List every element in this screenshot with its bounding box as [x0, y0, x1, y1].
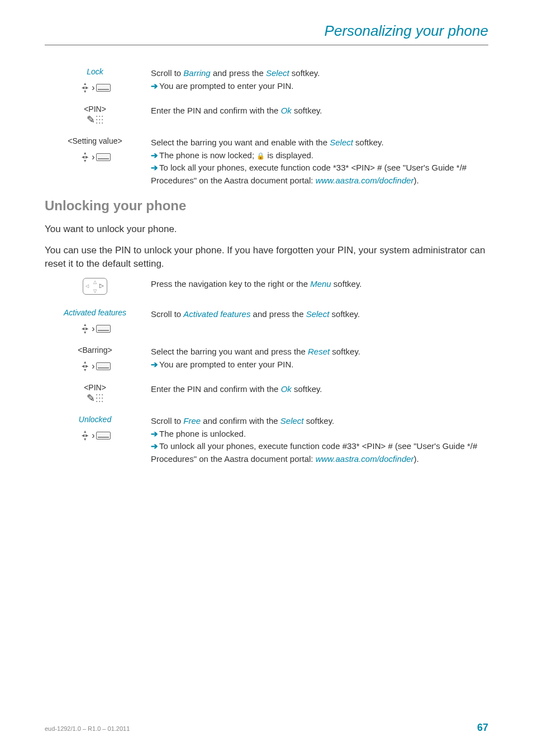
softkey-label: Select [280, 416, 304, 426]
arrow-icon: ➔ [151, 441, 158, 451]
step-icon-column: Lock▲◀ ▶▼› [45, 67, 151, 93]
step-line: Scroll to Barring and press the Select s… [151, 67, 488, 80]
step-result-line: ➔The phone is unlocked. [151, 428, 488, 441]
step-icon-column: <Setting value>▲◀ ▶▼› [45, 136, 151, 163]
step-label: <Setting value> [45, 136, 145, 145]
scroll-softkey-icon: ▲◀ ▶▼› [79, 82, 110, 93]
softkey-label: Barring [183, 68, 210, 78]
header-divider [45, 45, 488, 45]
step-label: <PIN> [45, 105, 145, 114]
step-result-line: ➔The phone is now locked; 🔒 is displayed… [151, 149, 488, 162]
softkey-label: Reset [308, 347, 330, 356]
step-icon-column: <PIN>✎∘∘∘∘∘∘∘∘∘ [45, 105, 151, 125]
section-lock-steps: Lock▲◀ ▶▼›Scroll to Barring and press th… [45, 67, 488, 187]
step-text-column: Scroll to Activated features and press t… [151, 308, 488, 321]
step-line: Select the barring you want and enable w… [151, 136, 488, 149]
step-label: Activated features [45, 308, 145, 317]
step-text-column: Select the barring you want and enable w… [151, 136, 488, 187]
doc-link[interactable]: www.aastra.com/docfinder [316, 176, 414, 185]
keypad-icon: ✎∘∘∘∘∘∘∘∘∘ [87, 115, 104, 125]
step-line: Press the navigation key to the right or… [151, 278, 488, 291]
arrow-icon: ➔ [151, 150, 158, 160]
instruction-step: △▽◁Press the navigation key to the right… [45, 278, 488, 297]
lock-icon: 🔒 [256, 152, 265, 160]
step-line: Scroll to Activated features and press t… [151, 308, 488, 321]
step-result-line: ➔To unlock all your phones, execute func… [151, 440, 488, 465]
step-line: Enter the PIN and confirm with the Ok so… [151, 105, 488, 117]
page-content: Lock▲◀ ▶▼›Scroll to Barring and press th… [45, 67, 488, 476]
instruction-step: Lock▲◀ ▶▼›Scroll to Barring and press th… [45, 67, 488, 93]
step-text-column: Enter the PIN and confirm with the Ok so… [151, 383, 488, 396]
step-result-line: ➔You are prompted to enter your PIN. [151, 80, 488, 93]
step-label: <PIN> [45, 383, 145, 392]
step-label: <Barring> [45, 346, 145, 355]
softkey-label: Free [183, 416, 201, 426]
step-line: Scroll to Free and confirm with the Sele… [151, 415, 488, 428]
scroll-softkey-icon: ▲◀ ▶▼› [79, 151, 110, 163]
step-text-column: Enter the PIN and confirm with the Ok so… [151, 105, 488, 117]
softkey-label: Activated features [183, 309, 250, 319]
step-icon-column: △▽◁ [45, 278, 151, 297]
instruction-step: <Barring>▲◀ ▶▼›Select the barring you wa… [45, 346, 488, 372]
softkey-label: Select [330, 138, 353, 147]
step-line: Enter the PIN and confirm with the Ok so… [151, 383, 488, 396]
section-unlock-steps: △▽◁Press the navigation key to the right… [45, 278, 488, 465]
step-icon-column: Unlocked▲◀ ▶▼› [45, 415, 151, 441]
navigation-key-icon: △▽◁ [83, 278, 107, 295]
footer-page-number: 67 [477, 722, 488, 734]
step-text-column: Press the navigation key to the right or… [151, 278, 488, 291]
arrow-icon: ➔ [151, 163, 158, 172]
instruction-step: <PIN>✎∘∘∘∘∘∘∘∘∘Enter the PIN and confirm… [45, 383, 488, 404]
section-intro-2: You can use the PIN to unlock your phone… [45, 244, 488, 271]
step-text-column: Select the barring you want and press th… [151, 346, 488, 371]
step-label: Lock [45, 67, 145, 76]
keypad-icon: ✎∘∘∘∘∘∘∘∘∘ [87, 393, 104, 403]
step-result-line: ➔To lock all your phones, execute functi… [151, 162, 488, 187]
step-result-line: ➔You are prompted to enter your PIN. [151, 358, 488, 371]
arrow-icon: ➔ [151, 429, 158, 438]
step-icon-column: <Barring>▲◀ ▶▼› [45, 346, 151, 372]
step-text-column: Scroll to Free and confirm with the Sele… [151, 415, 488, 465]
scroll-softkey-icon: ▲◀ ▶▼› [79, 323, 110, 334]
step-line: Select the barring you want and press th… [151, 346, 488, 358]
scroll-softkey-icon: ▲◀ ▶▼› [79, 429, 110, 441]
step-icon-column: Activated features▲◀ ▶▼› [45, 308, 151, 334]
arrow-icon: ➔ [151, 360, 158, 369]
page-footer: eud-1292/1.0 – R1.0 – 01.2011 67 [45, 722, 488, 734]
softkey-label: Menu [310, 279, 331, 289]
step-icon-column: <PIN>✎∘∘∘∘∘∘∘∘∘ [45, 383, 151, 404]
instruction-step: <Setting value>▲◀ ▶▼›Select the barring … [45, 136, 488, 187]
softkey-label: Select [266, 68, 289, 78]
instruction-step: Unlocked▲◀ ▶▼›Scroll to Free and confirm… [45, 415, 488, 465]
scroll-softkey-icon: ▲◀ ▶▼› [79, 360, 110, 372]
arrow-icon: ➔ [151, 81, 158, 91]
doc-link[interactable]: www.aastra.com/docfinder [316, 454, 414, 464]
instruction-step: <PIN>✎∘∘∘∘∘∘∘∘∘Enter the PIN and confirm… [45, 105, 488, 125]
softkey-label: Select [306, 309, 330, 319]
instruction-step: Activated features▲◀ ▶▼›Scroll to Activa… [45, 308, 488, 334]
softkey-label: Ok [281, 106, 292, 115]
section-heading-unlocking: Unlocking your phone [45, 198, 488, 214]
page-header: Personalizing your phone [325, 22, 488, 40]
step-text-column: Scroll to Barring and press the Select s… [151, 67, 488, 92]
softkey-label: Ok [281, 384, 292, 394]
footer-doc-id: eud-1292/1.0 – R1.0 – 01.2011 [45, 725, 130, 732]
section-intro-1: You want to unlock your phone. [45, 223, 488, 236]
step-label: Unlocked [45, 415, 145, 424]
